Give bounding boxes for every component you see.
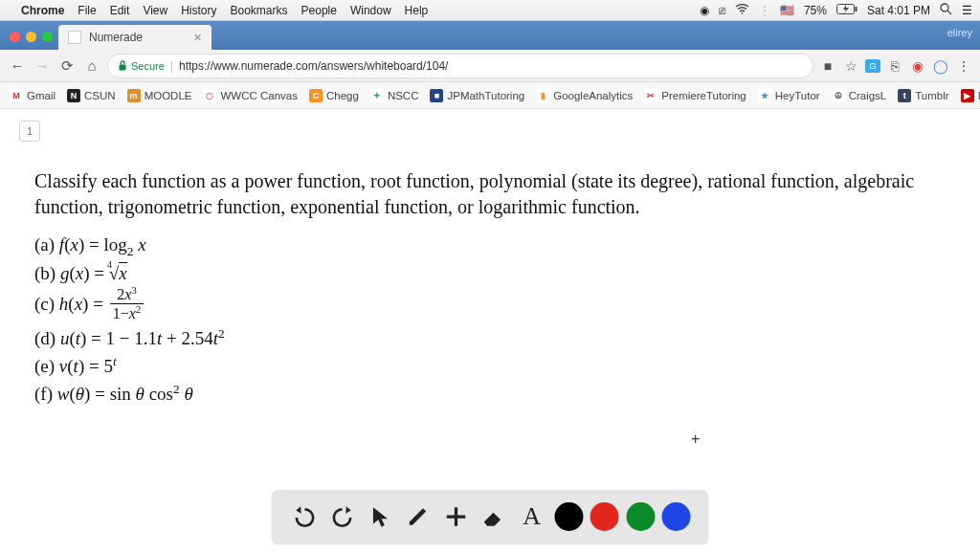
menu-window[interactable]: Window	[350, 4, 391, 17]
svg-point-0	[742, 11, 744, 13]
browser-tab[interactable]: Numerade ✕	[58, 25, 212, 50]
svg-rect-2	[855, 7, 857, 11]
color-red[interactable]	[590, 502, 619, 531]
window-minimize-icon[interactable]	[26, 32, 36, 42]
extension-circle-icon[interactable]: ◯	[932, 57, 949, 75]
question-items: (a) f(x) = log2 x (b) g(x) = 4√x (c) h(x…	[34, 232, 946, 407]
question-text: Classify each function as a power functi…	[34, 168, 946, 220]
tab-close-icon[interactable]: ✕	[193, 32, 202, 44]
extension-adblock-icon[interactable]: ◉	[909, 57, 926, 75]
whiteboard-toolbar: A	[273, 490, 708, 543]
color-green[interactable]	[626, 502, 655, 531]
item-e: (e) v(t) = 5t	[34, 352, 946, 380]
mac-menu-bar: Chrome File Edit View History Bookmarks …	[0, 0, 980, 21]
bookmark-jpmath[interactable]: ■JPMathTutoring	[430, 89, 524, 102]
browser-toolbar: ← → ⟳ ⌂ Secure | https://www.numerade.co…	[0, 50, 980, 82]
slide-number[interactable]: 1	[19, 121, 40, 142]
home-button[interactable]: ⌂	[82, 57, 101, 74]
menu-edit[interactable]: Edit	[110, 4, 130, 17]
bookmark-moodle[interactable]: mMOODLE	[127, 89, 192, 102]
page-content: 1 Classify each function as a power func…	[0, 109, 980, 418]
bookmark-tumblr[interactable]: tTumblr	[898, 89, 948, 102]
tab-title: Numerade	[89, 31, 143, 44]
extension-translate-icon[interactable]: G	[865, 59, 880, 73]
menu-history[interactable]: History	[181, 4, 216, 17]
item-d: (d) u(t) = 1 − 1.1t + 2.54t2	[34, 324, 946, 352]
menu-icon[interactable]: ☰	[962, 4, 972, 17]
menu-file[interactable]: File	[78, 4, 96, 17]
video-icon[interactable]: ■	[819, 57, 836, 75]
page-favicon-icon	[68, 31, 81, 44]
extension-save-icon[interactable]: ⎘	[886, 57, 903, 75]
text-tool[interactable]: A	[517, 501, 547, 532]
cursor-crosshair-icon: +	[691, 431, 700, 448]
window-controls	[6, 32, 58, 50]
svg-point-3	[941, 4, 948, 11]
item-b: (b) g(x) = 4√x	[34, 260, 946, 287]
bookmark-youtube[interactable]: ▶If you had 24 hours...	[961, 89, 980, 102]
bookmark-ga[interactable]: ▮GoogleAnalytics	[536, 89, 633, 102]
pen-tool[interactable]	[403, 501, 434, 532]
menu-people[interactable]: People	[301, 4, 337, 17]
flag-icon[interactable]: 🇺🇸	[780, 4, 794, 17]
clock[interactable]: Sat 4:01 PM	[867, 4, 930, 17]
address-bar[interactable]: Secure | https://www.numerade.com/answer…	[107, 54, 813, 78]
spotlight-icon[interactable]	[940, 3, 952, 18]
bookmark-craigs[interactable]: ☮CraigsL	[832, 89, 887, 102]
window-maximize-icon[interactable]	[42, 32, 53, 42]
menu-view[interactable]: View	[143, 4, 167, 17]
browser-tabstrip: Numerade ✕ elirey	[0, 21, 980, 50]
bookmark-gmail[interactable]: MGmail	[10, 89, 56, 102]
chrome-menu-icon[interactable]: ⋮	[955, 57, 972, 75]
bluetooth-icon[interactable]: ⋮	[759, 4, 770, 17]
app-name[interactable]: Chrome	[21, 4, 64, 17]
menu-help[interactable]: Help	[405, 4, 429, 17]
item-c: (c) h(x) = 2x31−x2	[34, 287, 946, 324]
bookmark-heytutor[interactable]: ★HeyTutor	[758, 89, 820, 102]
svg-rect-5	[120, 65, 126, 71]
item-f: (f) w(θ) = sin θ cos2 θ	[34, 380, 946, 408]
secure-badge: Secure	[118, 60, 165, 72]
color-black[interactable]	[554, 502, 583, 531]
wifi-icon[interactable]	[735, 4, 749, 17]
bookmark-bar: MGmail NCSUN mMOODLE ◌WWCC Canvas CChegg…	[0, 82, 980, 109]
svg-line-4	[947, 11, 951, 14]
window-close-icon[interactable]	[10, 32, 20, 42]
bookmark-premiere[interactable]: ✂PremiereTutoring	[644, 89, 746, 102]
bookmark-chegg[interactable]: CChegg	[309, 89, 359, 102]
forward-button[interactable]: →	[33, 57, 52, 74]
add-tool[interactable]	[440, 501, 471, 532]
bookmark-csun[interactable]: NCSUN	[67, 89, 116, 102]
color-blue[interactable]	[662, 502, 691, 531]
bookmark-nscc[interactable]: ✦NSCC	[370, 89, 419, 102]
battery-label: 75%	[804, 4, 827, 17]
reload-button[interactable]: ⟳	[57, 57, 77, 75]
battery-icon[interactable]	[836, 4, 858, 17]
redo-button[interactable]	[327, 501, 358, 532]
undo-button[interactable]	[289, 501, 320, 532]
profile-name[interactable]: elirey	[947, 27, 972, 38]
url-text: https://www.numerade.com/answers/whitebo…	[179, 59, 448, 73]
eraser-tool[interactable]	[479, 501, 509, 532]
bookmark-star-icon[interactable]: ☆	[842, 57, 859, 75]
menu-bookmarks[interactable]: Bookmarks	[231, 4, 288, 17]
status-icon[interactable]: ◉	[700, 4, 709, 17]
pointer-tool[interactable]	[365, 501, 395, 532]
bookmark-wwcc[interactable]: ◌WWCC Canvas	[203, 89, 298, 102]
back-button[interactable]: ←	[8, 57, 27, 74]
airplay-icon[interactable]: ⎚	[719, 4, 725, 17]
item-a: (a) f(x) = log2 x	[34, 232, 946, 260]
